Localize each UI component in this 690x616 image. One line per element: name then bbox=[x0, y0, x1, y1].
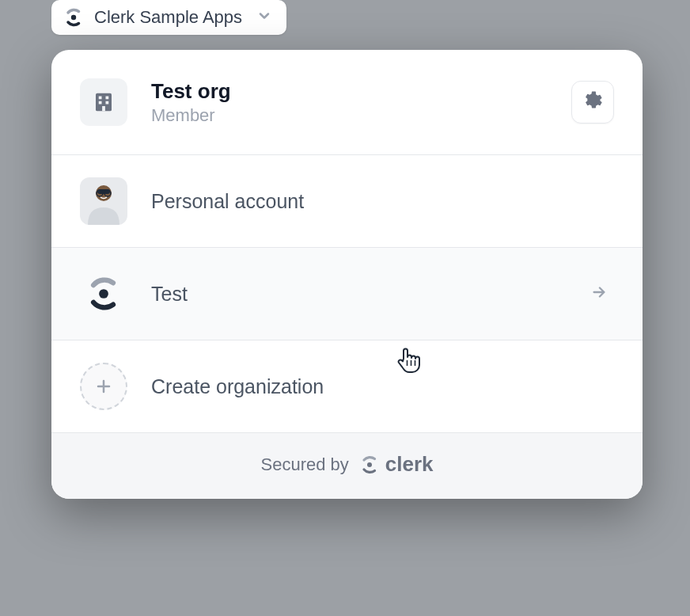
svg-rect-6 bbox=[102, 106, 105, 111]
plus-icon bbox=[80, 363, 127, 410]
avatar bbox=[80, 177, 127, 225]
clerk-logo-icon bbox=[63, 6, 85, 29]
org-switcher-panel: Test org Member Personal a bbox=[51, 50, 643, 499]
personal-account-row[interactable]: Personal account bbox=[51, 155, 643, 248]
gear-icon bbox=[583, 91, 602, 113]
secured-by-footer: Secured by clerk bbox=[51, 433, 643, 499]
org-settings-button[interactable] bbox=[571, 81, 614, 124]
svg-rect-3 bbox=[106, 97, 109, 100]
org-item-label: Test bbox=[151, 283, 188, 306]
current-org-row: Test org Member bbox=[51, 50, 643, 155]
org-item-test[interactable]: Test bbox=[51, 248, 643, 340]
arrow-right-icon bbox=[590, 283, 608, 304]
clerk-logo-icon bbox=[360, 455, 379, 474]
secured-by-text: Secured by bbox=[260, 454, 348, 475]
org-switcher-trigger[interactable]: Clerk Sample Apps bbox=[51, 0, 286, 35]
svg-point-12 bbox=[99, 289, 108, 298]
personal-account-label: Personal account bbox=[151, 190, 304, 213]
org-switcher-label: Clerk Sample Apps bbox=[94, 7, 242, 28]
current-org-name: Test org bbox=[151, 79, 231, 104]
current-org-role: Member bbox=[151, 105, 231, 126]
svg-rect-2 bbox=[99, 97, 102, 100]
clerk-brand-text: clerk bbox=[385, 452, 434, 477]
building-icon bbox=[80, 78, 127, 126]
chevron-down-icon bbox=[256, 8, 272, 27]
svg-rect-4 bbox=[99, 101, 102, 105]
clerk-logo-icon bbox=[80, 270, 127, 318]
svg-rect-5 bbox=[106, 101, 109, 105]
create-organization-label: Create organization bbox=[151, 375, 324, 398]
svg-point-0 bbox=[71, 15, 76, 20]
clerk-badge: clerk bbox=[360, 452, 434, 477]
svg-point-13 bbox=[367, 462, 372, 467]
create-organization-row[interactable]: Create organization bbox=[51, 340, 643, 433]
